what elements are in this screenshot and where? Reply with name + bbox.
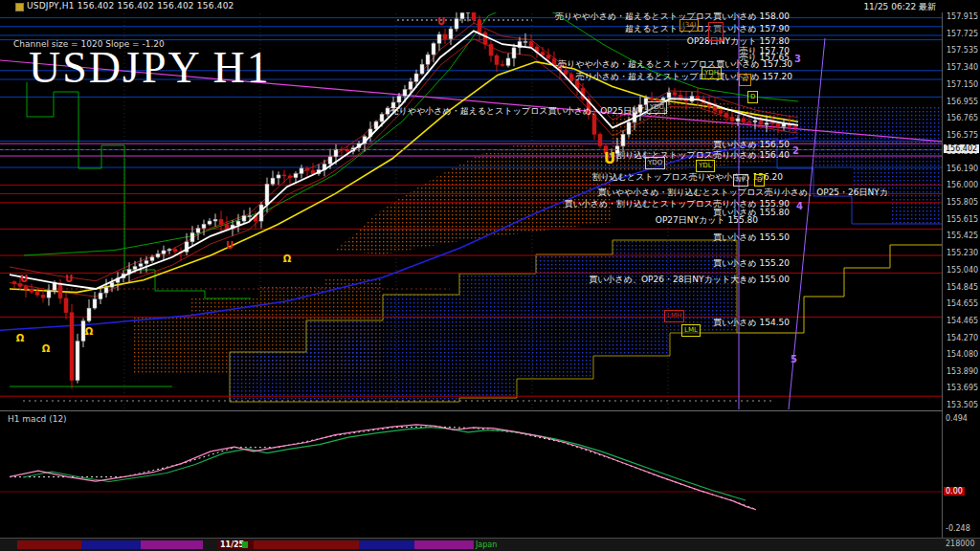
level-label-box [708,22,724,41]
watermark-title: USDJPY H1 [29,42,271,93]
session-segment [414,540,474,549]
price-axis-label: 157.535 [947,46,978,55]
macd-axis-max: 0.494 [946,414,968,423]
level-label-box: LMH [664,310,684,322]
price-axis-label: 156.000 [947,181,978,189]
order-annotation: 買い小さめ 156.50 [713,140,790,149]
tick-counter: 218000 [946,540,975,548]
sell-marker-icon: U [226,240,234,251]
price-axis-label: 155.040 [947,266,978,275]
price-axis-label: 157.725 [947,30,978,38]
macd-indicator-label: H1 macd (12) [8,414,67,424]
session-segment [17,540,81,549]
ichimoku-clouds [134,99,942,402]
buy-marker-icon: Ω [85,326,94,337]
sell-marker-icon: U [65,274,73,284]
pivot-number: 4 [796,201,803,211]
session-segment [81,540,141,549]
order-annotation: 買い小さめ、OP26・28日NYカット大きめ 155.00 [589,275,790,284]
price-axis-label: 155.805 [947,198,978,207]
sell-marker-icon: U [437,16,445,27]
order-annotation: OP28日NYカット 157.80 [687,36,790,46]
order-annotation: 買いやや小さめ・割り込むとストップロス売り小さめ、OP25・26日NYカ [598,187,888,197]
order-annotation: 売り小さめ・超えるとストップロス買い小さめ 157.20 [575,72,792,81]
session-segment [359,540,414,549]
mt4-chart-window: UUUUΩΩΩΩU USDJPY,H1 156.402 156.402 156.… [0,0,980,551]
level-label-box: YDC [647,101,667,114]
order-annotation: 割り込むとストップロス売り小さめ 156.40 [616,150,790,160]
price-axis-label: 157.915 [947,12,978,21]
current-price-marker: 156.402 [944,144,979,153]
buy-marker-icon: U [604,150,615,167]
order-annotation: 買い小さめ 154.50 [713,318,790,327]
order-annotation: 買い小さめ 155.50 [713,232,790,242]
price-axis-label: 156.955 [947,98,978,106]
price-axis-label: 155.615 [947,215,978,224]
price-axis-label: 156.575 [947,131,978,140]
chart-header: USDJPY,H1 156.402 156.402 156.402 156.40… [0,0,980,12]
buy-marker-icon: Ω [16,333,25,343]
pivot-number: 5 [791,354,797,364]
price-axis-label: 154.080 [947,350,978,359]
sell-marker-icon: U [20,274,28,284]
session-segment [141,540,203,549]
price-axis-label: 155.230 [947,249,978,257]
subwindow-divider[interactable] [0,410,980,411]
date-label: 11/25 [220,540,244,549]
pivot-number: 2 [792,145,799,156]
price-axis-label: 154.845 [947,283,978,292]
macd-indicator-canvas[interactable] [0,411,942,538]
macd-axis-min: -0.248 [946,524,970,533]
price-axis-label: 157.150 [947,80,978,89]
pivot-number: 3 [794,54,801,64]
price-axis-label: 153.505 [947,401,978,409]
level-label-box: D [747,91,758,103]
buy-marker-icon: Ω [283,253,292,264]
level-label-box: YDH [702,67,722,79]
price-axis-label: 154.270 [947,334,978,342]
level-label-box: (34) [679,19,699,32]
price-axis-label: 156.190 [947,165,978,173]
level-label-box: W [739,74,751,86]
price-axis-label: 153.890 [947,367,978,376]
session-name-label: Japan [476,540,497,549]
chart-icon [15,3,24,11]
price-axis-label: 154.655 [947,299,978,308]
macd-zero-marker: 0.00 [944,487,965,496]
session-timeline-bar[interactable]: 11/25Japan [0,538,980,551]
session-segment [254,540,359,549]
level-label-box: NY [733,174,748,187]
order-annotation: 売りやや小さめ・超えるとストップロス買い小さめ 158.00 [555,11,790,21]
datetime-label: 11/25 06:22 最新 [863,1,936,13]
level-label-box: LML [681,324,701,337]
buy-marker-icon: Ω [42,343,51,354]
price-axis-label: 155.425 [947,231,978,240]
order-annotation: 売りやや小さめ・超えるとストップロス買い小さめ 157.30 [558,59,792,69]
order-annotation: 売りやや小さめ・超えるとストップロス買い小さめ、OP25日NYカット [390,106,670,116]
level-label-box: YDL [696,160,715,172]
price-axis-label: 157.340 [947,63,978,72]
order-annotation: 買い小さめ 155.20 [713,258,790,268]
price-axis-label: 153.695 [947,384,978,392]
symbol-ohlc: USDJPY,H1 156.402 156.402 156.402 156.40… [27,1,234,11]
level-label-box: D [754,174,765,187]
price-axis-label: 154.465 [947,317,978,325]
price-axis[interactable]: 157.915157.725157.535157.340157.150156.9… [942,0,980,551]
session-dot-icon [242,541,248,548]
level-label-box: YDO [645,157,665,169]
order-annotation: OP27日NYカット 155.80 [656,215,758,225]
price-axis-label: 156.765 [947,114,978,122]
